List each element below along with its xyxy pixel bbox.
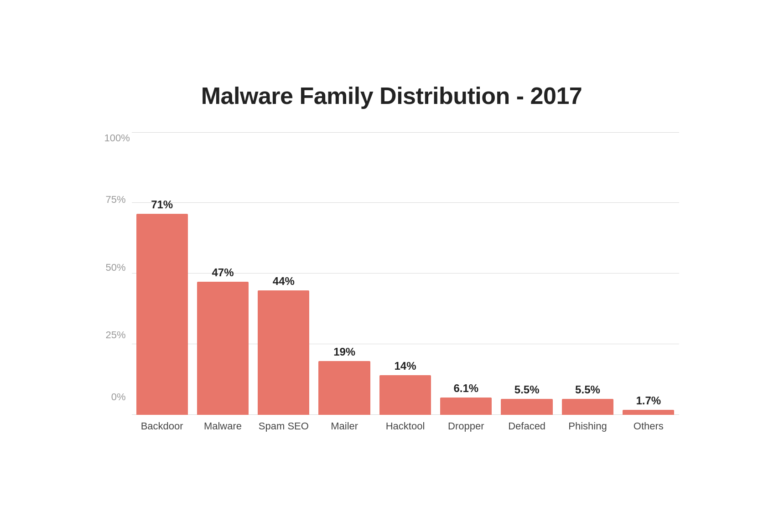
bar-value-label: 19% <box>333 346 355 358</box>
x-axis-label: Spam SEO <box>253 420 314 432</box>
bar-group: 5.5% <box>557 132 618 415</box>
bar-group: 19% <box>314 132 374 415</box>
bar-value-label: 1.7% <box>636 394 661 407</box>
bar-group: 47% <box>192 132 253 415</box>
chart-area: 100%75%50%25%0% 71%47%44%19%14%6.1%5.5%5… <box>104 132 679 415</box>
bars-section: 71%47%44%19%14%6.1%5.5%5.5%1.7% <box>132 132 679 415</box>
bar-rect <box>318 361 370 415</box>
bar-rect <box>136 214 188 414</box>
x-axis-label: Malware <box>192 420 253 432</box>
x-axis-label: Dropper <box>436 420 496 432</box>
bar-group: 71% <box>132 132 192 415</box>
bar-value-label: 44% <box>273 275 295 288</box>
x-axis-label: Backdoor <box>132 420 192 432</box>
bar-rect <box>379 375 431 415</box>
bar-value-label: 47% <box>212 266 234 279</box>
bar-group: 44% <box>253 132 314 415</box>
y-axis-label: 75% <box>104 194 130 206</box>
bar-group: 14% <box>375 132 436 415</box>
x-axis-labels: BackdoorMalwareSpam SEOMailerHacktoolDro… <box>132 420 679 432</box>
bar-rect <box>562 399 613 414</box>
bar-value-label: 5.5% <box>514 383 540 396</box>
bar-rect <box>197 282 249 414</box>
bar-rect <box>623 410 674 415</box>
bar-rect <box>440 398 492 415</box>
bar-value-label: 71% <box>151 198 173 211</box>
bar-value-label: 14% <box>394 360 416 372</box>
chart-container: Malware Family Distribution - 2017 100%7… <box>68 64 706 469</box>
bar-value-label: 5.5% <box>575 383 600 396</box>
y-axis-labels: 100%75%50%25%0% <box>104 132 130 415</box>
x-axis-label: Mailer <box>314 420 374 432</box>
bar-rect <box>501 399 552 414</box>
chart-title: Malware Family Distribution - 2017 <box>104 82 679 109</box>
y-axis-label: 0% <box>104 391 130 403</box>
bar-group: 6.1% <box>436 132 496 415</box>
x-axis-label: Defaced <box>496 420 557 432</box>
y-axis-label: 25% <box>104 329 130 341</box>
y-axis-label: 50% <box>104 262 130 274</box>
x-axis-label: Phishing <box>557 420 618 432</box>
bar-rect <box>258 290 309 415</box>
bar-group: 5.5% <box>496 132 557 415</box>
y-axis-label: 100% <box>104 132 130 144</box>
bar-value-label: 6.1% <box>453 382 478 395</box>
x-axis-label: Others <box>618 420 679 432</box>
bar-group: 1.7% <box>618 132 679 415</box>
x-axis-label: Hacktool <box>375 420 436 432</box>
